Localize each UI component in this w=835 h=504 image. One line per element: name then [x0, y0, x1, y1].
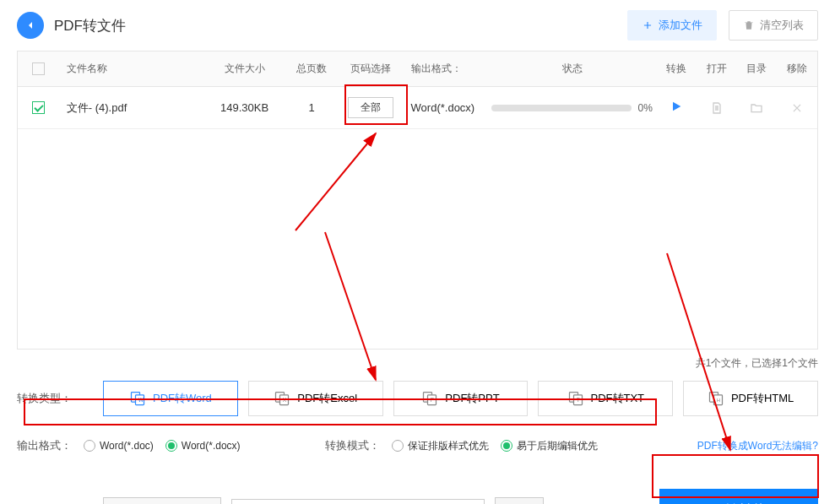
type-label: PDF转TXT	[591, 391, 645, 406]
ppt-icon: P	[421, 390, 438, 407]
radio-circle	[165, 440, 177, 452]
help-link[interactable]: PDF转换成Word无法编辑?	[697, 439, 818, 453]
th-convert: 转换	[656, 51, 697, 86]
page-select-box[interactable]: 全部	[348, 97, 393, 118]
td-open[interactable]	[697, 90, 737, 126]
th-status: 状态	[488, 51, 656, 86]
file-table: 文件名称 文件大小 总页数 页码选择 输出格式： 状态 转换 打开 目录 移除 …	[17, 51, 818, 350]
td-status: 0%	[488, 92, 656, 124]
radio-layout-first[interactable]: 保证排版样式优先	[392, 439, 489, 453]
trash-icon	[743, 19, 755, 31]
radio-label: Word(*.doc)	[100, 440, 154, 452]
svg-text:H: H	[717, 398, 720, 403]
word-icon: W	[129, 390, 146, 407]
th-dir: 目录	[736, 51, 777, 86]
td-name: 文件- (4).pdf	[60, 90, 203, 126]
excel-icon: X	[274, 390, 290, 407]
svg-text:X: X	[283, 397, 287, 403]
radio-edit-first[interactable]: 易于后期编辑优先	[501, 439, 598, 453]
output-dir-select[interactable]: 自定义目录	[103, 497, 221, 504]
table-header: 文件名称 文件大小 总页数 页码选择 输出格式： 状态 转换 打开 目录 移除	[18, 51, 817, 87]
header-checkbox[interactable]	[32, 62, 45, 75]
header-right: 添加文件 清空列表	[627, 10, 818, 41]
th-size: 文件大小	[203, 51, 286, 86]
type-label: PDF转HTML	[731, 391, 794, 406]
radio-docx[interactable]: Word(*.docx)	[165, 440, 241, 452]
options-row: 输出格式： Word(*.doc) Word(*.docx) 转换模式： 保证排…	[0, 428, 835, 463]
type-pdf-to-txt[interactable]: T PDF转TXT	[538, 381, 673, 416]
clear-list-button[interactable]: 清空列表	[729, 10, 818, 41]
th-check[interactable]	[18, 51, 60, 86]
progress-wrap: 0%	[491, 102, 653, 114]
clear-list-label: 清空列表	[760, 18, 804, 33]
table-row: 文件- (4).pdf 149.30KB 1 全部 Word(*.docx) 0…	[18, 87, 817, 129]
output-format-label: 输出格式：	[17, 438, 72, 453]
type-pdf-to-excel[interactable]: X PDF转Excel	[248, 381, 383, 416]
document-icon[interactable]	[709, 100, 724, 116]
page-title: PDF转文件	[54, 16, 126, 35]
th-pages: 总页数	[286, 51, 337, 86]
header: PDF转文件 添加文件 清空列表	[0, 0, 835, 51]
radio-doc[interactable]: Word(*.doc)	[84, 440, 154, 452]
th-name: 文件名称	[60, 51, 203, 86]
folder-icon[interactable]	[749, 100, 764, 116]
row-checkbox[interactable]	[32, 101, 45, 114]
header-left: PDF转文件	[17, 12, 126, 39]
progress-percent: 0%	[638, 102, 653, 114]
output-format-group: 输出格式： Word(*.doc) Word(*.docx)	[17, 438, 241, 453]
td-page-select: 全部	[337, 87, 404, 128]
radio-circle	[501, 440, 512, 452]
radio-circle	[84, 440, 95, 452]
radio-label: 保证排版样式优先	[408, 439, 489, 453]
conversion-label: 转换类型：	[17, 391, 93, 406]
th-output-format: 输出格式：	[404, 51, 488, 86]
td-dir[interactable]	[736, 90, 777, 126]
back-button[interactable]	[17, 12, 44, 39]
type-pdf-to-html[interactable]: H PDF转HTML	[683, 381, 818, 416]
td-check[interactable]	[18, 91, 60, 124]
summary: 共1个文件，已选择1个文件	[0, 350, 835, 377]
add-file-label: 添加文件	[659, 18, 702, 33]
arrow-left-icon	[24, 19, 37, 32]
svg-text:W: W	[138, 397, 144, 403]
radio-label: Word(*.docx)	[182, 440, 241, 452]
td-convert[interactable]	[656, 89, 697, 126]
td-remove[interactable]	[777, 90, 817, 126]
play-icon[interactable]	[670, 100, 683, 116]
type-label: PDF转Excel	[297, 391, 357, 406]
type-pdf-to-ppt[interactable]: P PDF转PPT	[393, 381, 529, 416]
txt-icon: T	[567, 390, 584, 407]
svg-text:P: P	[431, 397, 435, 403]
type-label: PDF转PPT	[445, 391, 499, 406]
plus-icon	[642, 19, 653, 31]
add-file-button[interactable]: 添加文件	[627, 10, 717, 41]
conversion-types: 转换类型： W PDF转Word X PDF转Excel P PDF转PPT T…	[0, 377, 835, 420]
type-pdf-to-word[interactable]: W PDF转Word	[103, 381, 238, 416]
output-row: 输出目录： 自定义目录 选择 开始转换	[0, 480, 835, 504]
radio-circle	[392, 440, 404, 452]
td-pages: 1	[286, 91, 337, 124]
td-output-format: Word(*.docx)	[404, 91, 488, 124]
html-icon: H	[708, 390, 724, 407]
progress-bar	[491, 105, 632, 111]
empty-area	[18, 129, 817, 349]
convert-mode-label: 转换模式：	[325, 438, 380, 453]
type-label: PDF转Word	[153, 391, 212, 406]
browse-button[interactable]: 选择	[495, 497, 544, 504]
radio-label: 易于后期编辑优先	[517, 439, 598, 453]
td-size: 149.30KB	[203, 91, 286, 124]
output-path-input[interactable]	[231, 499, 485, 505]
convert-mode-group: 转换模式： 保证排版样式优先 易于后期编辑优先	[325, 438, 598, 453]
svg-text:T: T	[576, 397, 579, 403]
th-open: 打开	[697, 51, 737, 86]
start-convert-button[interactable]: 开始转换	[659, 489, 818, 504]
close-icon[interactable]	[789, 100, 805, 116]
th-remove: 移除	[777, 51, 817, 86]
th-page-select: 页码选择	[337, 51, 404, 86]
